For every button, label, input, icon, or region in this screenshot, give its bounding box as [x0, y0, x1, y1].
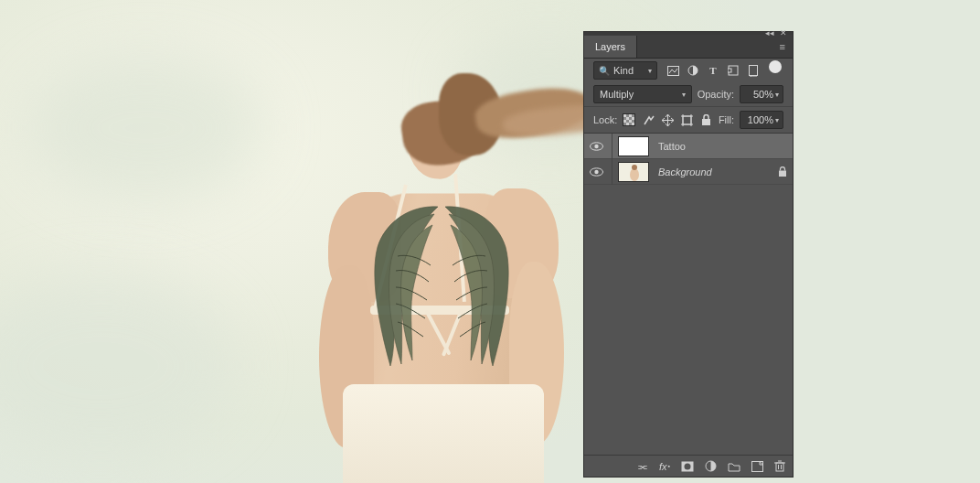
svg-point-12 [594, 144, 598, 147]
panel-tabbar: Layers ≡ [584, 35, 793, 59]
layer-thumbnail[interactable] [618, 162, 649, 182]
filter-type-icon[interactable]: T [707, 64, 719, 77]
adjustment-layer-icon[interactable] [705, 460, 717, 472]
svg-rect-18 [779, 170, 786, 177]
svg-rect-10 [702, 119, 710, 125]
chevron-down-icon: ▾ [775, 116, 779, 124]
svg-point-14 [594, 169, 598, 173]
lock-transparency-icon[interactable] [623, 113, 635, 126]
new-layer-icon[interactable] [751, 461, 763, 472]
visibility-toggle-icon[interactable] [590, 167, 606, 177]
chevron-down-icon: ▾ [648, 67, 652, 75]
layer-thumbnail[interactable] [618, 136, 649, 156]
svg-rect-23 [776, 463, 783, 471]
panel-collapse-icon[interactable]: ◂◂ [765, 28, 774, 38]
svg-rect-3 [728, 69, 731, 72]
fill-input[interactable]: 100% ▾ [740, 111, 783, 129]
panel-close-icon[interactable]: ✕ [780, 28, 787, 38]
fill-value: 100% [744, 114, 775, 125]
filter-image-icon[interactable] [666, 64, 679, 77]
opacity-label: Opacity: [698, 89, 734, 100]
blend-mode-value: Multiply [600, 89, 634, 100]
layers-list: Tattoo Background [584, 134, 793, 455]
blend-mode-select[interactable]: Multiply ▾ [593, 85, 692, 103]
svg-rect-5 [683, 116, 691, 124]
filter-shape-icon[interactable] [727, 64, 740, 77]
search-icon: 🔍 [599, 66, 610, 76]
visibility-toggle-icon[interactable] [590, 142, 606, 151]
canvas-subject [306, 82, 581, 483]
lock-artboard-icon[interactable] [680, 113, 693, 126]
link-layers-icon[interactable]: ⫘ [637, 460, 648, 473]
lock-position-icon[interactable] [661, 113, 674, 126]
filter-smartobject-icon[interactable] [747, 64, 760, 77]
layer-row[interactable]: Tattoo [584, 134, 793, 159]
lock-image-icon[interactable] [642, 113, 655, 126]
chevron-down-icon: ▾ [682, 91, 686, 99]
tab-layers[interactable]: Layers [584, 36, 637, 58]
lock-label: Lock: [593, 114, 617, 125]
layer-name[interactable]: Tattoo [655, 141, 787, 152]
filter-adjustment-icon[interactable] [687, 64, 699, 77]
layers-panel: ◂◂ ✕ Layers ≡ 🔍 ▾ T Multiply ▾ Opacity: … [583, 31, 794, 478]
filter-kind-input[interactable] [613, 65, 644, 76]
chevron-down-icon: ▾ [775, 91, 779, 99]
opacity-input[interactable]: 50% ▾ [740, 85, 783, 103]
fx-icon[interactable]: fx▪ [659, 461, 670, 472]
panel-menu-icon[interactable]: ≡ [772, 41, 793, 52]
svg-point-16 [630, 168, 639, 181]
group-icon[interactable] [728, 461, 740, 472]
opacity-value: 50% [744, 89, 775, 100]
layer-name[interactable]: Background [655, 166, 772, 177]
svg-rect-4 [750, 65, 758, 75]
layer-lock-icon[interactable] [778, 166, 787, 177]
svg-point-20 [685, 463, 691, 469]
layer-row[interactable]: Background [584, 159, 793, 185]
tattoo-overlay [354, 201, 529, 393]
fill-label: Fill: [719, 114, 734, 125]
svg-point-17 [632, 165, 637, 170]
lock-all-icon[interactable] [699, 113, 712, 126]
layers-bottom-bar: ⫘ fx▪ [584, 455, 793, 477]
filter-kind-select[interactable]: 🔍 ▾ [593, 61, 657, 80]
mask-icon[interactable] [681, 461, 694, 472]
filter-toggle-icon[interactable] [769, 60, 782, 73]
delete-icon[interactable] [774, 460, 785, 472]
